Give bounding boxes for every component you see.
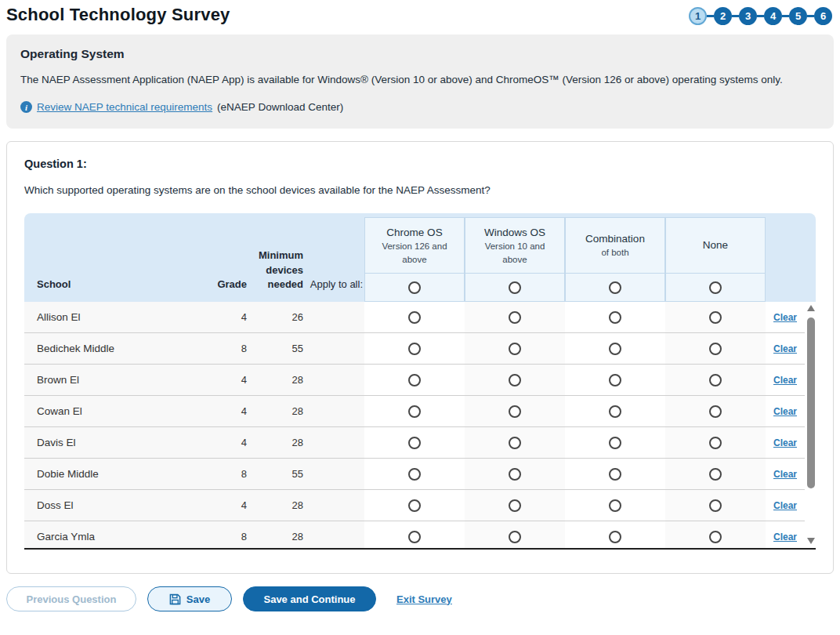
clear-row-button[interactable]: Clear (773, 500, 797, 511)
row-radio-combination[interactable] (609, 374, 621, 386)
row-radio-windows-os[interactable] (509, 468, 521, 481)
devices-needed-cell: 28 (248, 365, 305, 396)
apply-spacer-cell (305, 396, 364, 427)
apply-spacer-cell (305, 302, 364, 333)
row-radio-none[interactable] (709, 437, 722, 449)
row-radio-none[interactable] (709, 405, 722, 418)
step-3[interactable]: 3 (739, 7, 757, 25)
row-radio-none[interactable] (709, 311, 722, 324)
row-radio-none[interactable] (709, 343, 722, 355)
step-4[interactable]: 4 (764, 7, 782, 25)
option-column-windows-os: Windows OSVersion 10 and above (465, 217, 565, 302)
table-row: Bedichek Middle855Clear (24, 333, 816, 365)
row-radio-none[interactable] (709, 374, 722, 386)
scrollbar-thumb[interactable] (807, 318, 815, 488)
table-rows: Allison El426ClearBedichek Middle855Clea… (24, 302, 816, 550)
row-radio-chrome-os[interactable] (408, 343, 421, 355)
grade-cell: 4 (201, 365, 248, 396)
apply-all-radio-4[interactable] (709, 281, 722, 294)
os-link-line: i Review NAEP technical requirements (eN… (20, 101, 820, 113)
apply-spacer-cell (305, 490, 364, 521)
row-radio-combination[interactable] (609, 343, 621, 355)
option-cell (364, 365, 465, 396)
option-column-none: None (665, 217, 766, 302)
option-cell (465, 365, 565, 396)
row-radio-combination[interactable] (609, 437, 621, 449)
table-row: Davis El428Clear (24, 427, 816, 459)
row-radio-chrome-os[interactable] (408, 499, 421, 512)
step-5[interactable]: 5 (789, 7, 807, 25)
row-radio-windows-os[interactable] (509, 531, 521, 543)
clear-row-button[interactable]: Clear (773, 532, 797, 542)
row-radio-windows-os[interactable] (509, 374, 521, 386)
option-cell (565, 459, 665, 490)
row-radio-chrome-os[interactable] (408, 374, 421, 386)
option-cell (665, 521, 766, 550)
operating-system-panel: Operating System The NAEP Assessment App… (6, 34, 834, 129)
option-header-label: None (665, 217, 766, 274)
step-connector (707, 15, 714, 17)
vertical-scrollbar[interactable] (806, 303, 816, 546)
step-2[interactable]: 2 (714, 7, 732, 25)
step-1-current[interactable]: 1 (689, 7, 707, 25)
option-cell (665, 427, 766, 459)
page-header: School Technology Survey 123456 (0, 3, 840, 31)
row-radio-combination[interactable] (609, 531, 621, 543)
clear-row-button[interactable]: Clear (773, 406, 797, 417)
scroll-down-icon[interactable] (807, 538, 815, 544)
apply-to-all-radio-cell (465, 274, 565, 302)
row-radio-windows-os[interactable] (509, 311, 521, 324)
step-6[interactable]: 6 (814, 7, 832, 25)
row-radio-combination[interactable] (609, 499, 621, 512)
row-radio-windows-os[interactable] (509, 437, 521, 449)
row-radio-none[interactable] (709, 531, 722, 543)
question-panel: Question 1: Which supported operating sy… (6, 141, 834, 574)
devices-needed-cell: 55 (248, 459, 305, 490)
exit-survey-link[interactable]: Exit Survey (396, 593, 452, 605)
row-radio-chrome-os[interactable] (408, 468, 421, 481)
apply-all-radio-2[interactable] (509, 281, 521, 294)
row-radio-none[interactable] (709, 468, 722, 481)
clear-row-button[interactable]: Clear (773, 469, 797, 480)
save-button[interactable]: Save (147, 586, 232, 611)
clear-row-button[interactable]: Clear (773, 312, 797, 323)
option-sublabel: of both (601, 246, 628, 259)
option-cell (565, 427, 665, 459)
row-radio-chrome-os[interactable] (408, 531, 421, 543)
row-radio-windows-os[interactable] (509, 343, 521, 355)
clear-cell: Clear (766, 333, 805, 365)
column-header-grade: Grade (201, 278, 248, 302)
save-and-continue-button[interactable]: Save and Continue (243, 586, 376, 611)
scroll-up-icon[interactable] (807, 305, 815, 311)
option-cell (465, 427, 565, 459)
row-radio-chrome-os[interactable] (408, 311, 421, 324)
review-requirements-link[interactable]: Review NAEP technical requirements (37, 101, 212, 113)
clear-row-button[interactable]: Clear (773, 343, 797, 354)
clear-cell: Clear (766, 427, 805, 459)
apply-all-radio-1[interactable] (408, 281, 421, 294)
row-radio-chrome-os[interactable] (408, 405, 421, 418)
row-radio-chrome-os[interactable] (408, 437, 421, 449)
clear-row-button[interactable]: Clear (773, 375, 797, 386)
option-name: Windows OS (484, 225, 545, 241)
school-name-cell: Garcia Ymla (24, 521, 201, 550)
row-radio-combination[interactable] (609, 311, 621, 324)
option-sublabel: Version 126 and above (371, 240, 458, 266)
row-radio-windows-os[interactable] (509, 499, 521, 512)
row-radio-none[interactable] (709, 499, 722, 512)
column-header-school: School (24, 278, 201, 302)
option-cell (465, 302, 565, 333)
option-cell (364, 521, 465, 550)
row-radio-combination[interactable] (609, 405, 621, 418)
row-radio-windows-os[interactable] (509, 405, 521, 418)
option-header-label: Windows OSVersion 10 and above (465, 217, 565, 274)
row-radio-combination[interactable] (609, 468, 621, 481)
previous-question-button[interactable]: Previous Question (6, 586, 136, 611)
option-cell (364, 396, 465, 427)
apply-all-radio-3[interactable] (609, 281, 621, 294)
option-cell (364, 427, 465, 459)
apply-to-all-radio-cell (565, 274, 665, 302)
table-header-row: School Grade Minimum devices needed Appl… (24, 213, 816, 302)
option-cell (465, 490, 565, 521)
clear-row-button[interactable]: Clear (773, 437, 797, 448)
